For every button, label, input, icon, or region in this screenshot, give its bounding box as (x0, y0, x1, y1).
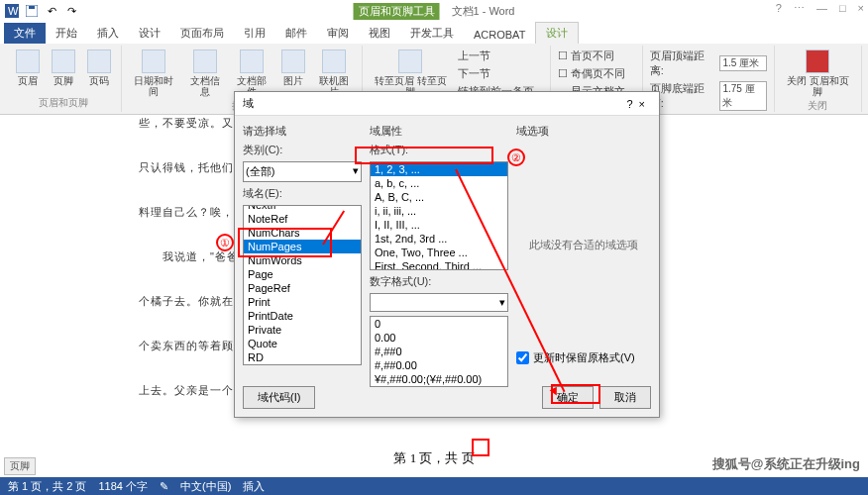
datetime-button[interactable]: 日期和时间 (128, 48, 180, 99)
list-item[interactable]: Quote (244, 337, 361, 350)
footer-icon (52, 50, 75, 73)
ribbon-opts-icon[interactable]: ⋯ (794, 2, 805, 15)
cancel-button[interactable]: 取消 (599, 386, 651, 409)
tab-acrobat[interactable]: ACROBAT (464, 26, 535, 44)
svg-rect-3 (29, 6, 35, 9)
tab-design[interactable]: 设计 (129, 23, 170, 44)
category-combo[interactable]: (全部)▾ (243, 161, 362, 182)
fieldname-label: 域名(E): (243, 186, 362, 201)
goto-icon (398, 50, 422, 73)
no-options-text: 此域没有合适的域选项 (516, 143, 651, 346)
watermark: 搜狐号@系统正在升级ing (712, 455, 860, 473)
quickparts-icon (240, 50, 264, 73)
page-number-footer: 第 1 页，共 页 (393, 449, 474, 467)
context-tool-label: 页眉和页脚工具 (354, 3, 440, 20)
status-proof-icon[interactable]: ✎ (160, 480, 168, 493)
numformat-list[interactable]: 00.00#,##0#,##0.00¥#,##0.00;(¥#,##0.00)0… (370, 316, 508, 387)
save-icon[interactable] (24, 3, 40, 19)
list-item[interactable]: Print (244, 295, 361, 309)
list-item[interactable]: Page (244, 267, 361, 281)
list-item[interactable]: #,##0 (371, 345, 507, 358)
header-top-dist[interactable]: 页眉顶端距离:1.5 厘米 (649, 48, 768, 79)
preserve-format-check[interactable]: 更新时保留原格式(V) (516, 350, 651, 365)
status-words[interactable]: 1184 个字 (98, 479, 148, 494)
close-hf-button[interactable]: 关闭 页眉和页脚 (781, 48, 855, 99)
redo-icon[interactable]: ↷ (63, 3, 79, 19)
tab-layout[interactable]: 页面布局 (170, 23, 234, 44)
list-item[interactable]: i, ii, iii, ... (371, 204, 507, 218)
diff-odd-check[interactable]: ☐ 奇偶页不同 (557, 65, 636, 82)
diff-first-check[interactable]: ☐ 首页不同 (557, 48, 636, 64)
tab-file[interactable]: 文件 (4, 23, 46, 44)
help-icon[interactable]: ? (776, 2, 782, 15)
list-item[interactable]: a, b, c, ... (371, 176, 507, 190)
doc-title: 文档1 - Word (452, 4, 515, 19)
opt-label: 域选项 (516, 124, 651, 139)
tab-mail[interactable]: 邮件 (275, 23, 317, 44)
close-icon[interactable]: × (858, 2, 864, 15)
next-section[interactable]: 下一节 (457, 65, 544, 82)
list-item[interactable]: First, Second, Third ... (371, 259, 507, 270)
onlinepic-icon (322, 50, 346, 73)
list-item[interactable]: RD (244, 350, 361, 364)
chevron-down-icon: ▾ (499, 296, 505, 309)
list-item[interactable]: ¥#,##0.00;(¥#,##0.00) (371, 372, 507, 386)
pagenum-button[interactable]: 页码 (83, 48, 115, 96)
list-item[interactable]: Private (244, 323, 361, 337)
status-bar: 第 1 页，共 2 页 1184 个字 ✎ 中文(中国) 插入 (0, 477, 868, 495)
status-lang[interactable]: 中文(中国) (180, 479, 231, 494)
field-dialog: 域 ? × 请选择域 类别(C): (全部)▾ 域名(E): MergeFiel… (234, 91, 660, 418)
word-icon: W (4, 3, 20, 19)
undo-icon[interactable]: ↶ (44, 3, 59, 19)
list-item[interactable]: 0.00 (371, 331, 507, 345)
ribbon-group-close: 关闭 页眉和页脚 关闭 (775, 46, 862, 112)
status-page[interactable]: 第 1 页，共 2 页 (8, 479, 86, 494)
numformat-label: 数字格式(U): (370, 274, 508, 289)
list-item[interactable]: PageRef (244, 281, 361, 295)
ribbon-group-position: 页眉顶端距离:1.5 厘米 页脚底端距离:1.75 厘米 插入"对齐方式"选项卡… (643, 46, 775, 112)
datetime-icon (142, 50, 165, 73)
annotation-1: ① (216, 234, 234, 251)
ribbon-tabs: 文件 开始 插入 设计 页面布局 引用 邮件 审阅 视图 开发工具 ACROBA… (0, 22, 868, 44)
pagenum-icon (87, 50, 111, 73)
list-item[interactable]: PrintDate (244, 309, 361, 323)
maximize-icon[interactable]: □ (839, 2, 846, 15)
svg-text:W: W (8, 5, 19, 17)
numformat-combo[interactable]: ▾ (370, 293, 508, 312)
tab-references[interactable]: 引用 (234, 23, 275, 44)
title-bar: W ↶ ↷ 页眉和页脚工具 文档1 - Word ? ⋯ — □ × (0, 0, 868, 22)
header-icon (16, 50, 40, 73)
tab-developer[interactable]: 开发工具 (400, 23, 464, 44)
list-item[interactable]: Ref (244, 364, 361, 365)
list-item[interactable]: 0 (371, 317, 507, 331)
prev-section[interactable]: 上一节 (457, 48, 544, 64)
docinfo-icon (193, 50, 217, 73)
annotation-2: ② (507, 148, 525, 166)
tab-view[interactable]: 视图 (359, 23, 400, 44)
list-item[interactable]: 1, 2, 3, ... (371, 162, 507, 176)
select-field-label: 请选择域 (243, 124, 362, 139)
format-list[interactable]: 1, 2, 3, ...a, b, c, ...A, B, C, ...i, i… (370, 161, 508, 270)
footer-bot-dist[interactable]: 页脚底端距离:1.75 厘米 (649, 80, 768, 112)
minimize-icon[interactable]: — (816, 2, 827, 15)
footer-tag: 页脚 (4, 457, 36, 475)
footer-button[interactable]: 页脚 (48, 48, 79, 96)
list-item[interactable]: NumPages (244, 240, 361, 253)
dialog-close-icon[interactable]: × (633, 96, 651, 112)
header-button[interactable]: 页眉 (12, 48, 44, 96)
field-list[interactable]: MergeFieldMergeRecMergeSeqNextNextIfNote… (243, 205, 362, 365)
format-label: 格式(T): (370, 143, 508, 157)
list-item[interactable]: NumChars (244, 226, 361, 240)
status-mode[interactable]: 插入 (243, 479, 265, 494)
tab-home[interactable]: 开始 (46, 23, 87, 44)
tab-review[interactable]: 审阅 (317, 23, 359, 44)
list-item[interactable]: A, B, C, ... (371, 190, 507, 204)
chevron-down-icon: ▾ (353, 164, 359, 179)
field-codes-button[interactable]: 域代码(I) (243, 386, 315, 409)
docinfo-button[interactable]: 文档信息 (184, 48, 227, 99)
list-item[interactable]: #,##0.00 (371, 358, 507, 372)
tab-insert[interactable]: 插入 (87, 23, 129, 44)
list-item[interactable]: NumWords (244, 253, 361, 267)
list-item[interactable]: One, Two, Three ... (371, 246, 507, 259)
tab-hf-design[interactable]: 设计 (535, 22, 579, 44)
